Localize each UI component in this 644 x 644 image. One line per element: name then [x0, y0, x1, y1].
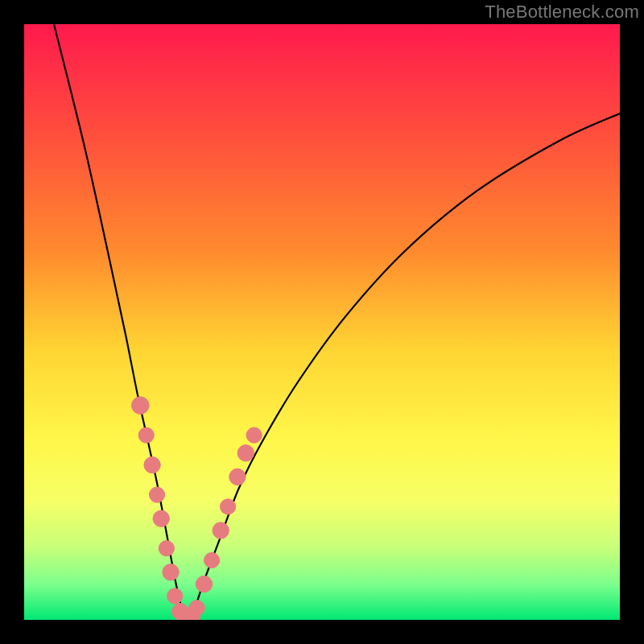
highlight-marker: [138, 427, 154, 443]
highlight-marker: [220, 499, 235, 514]
highlight-marker: [163, 564, 179, 580]
highlight-marker: [144, 456, 160, 473]
chart-frame: TheBottleneck.com: [0, 0, 644, 644]
highlight-marker: [172, 603, 188, 619]
bottleneck-curve: [54, 24, 620, 620]
highlight-marker: [176, 608, 194, 620]
highlight-marker: [237, 445, 254, 461]
highlight-marker: [149, 487, 164, 502]
highlight-marker: [132, 397, 150, 415]
marker-group: [132, 397, 262, 620]
highlight-marker: [229, 469, 246, 485]
highlight-marker: [167, 588, 183, 604]
highlight-marker: [196, 576, 212, 592]
highlight-marker: [159, 541, 174, 556]
watermark-text: TheBottleneck.com: [485, 2, 639, 23]
highlight-marker: [213, 522, 229, 539]
highlight-marker: [182, 607, 200, 620]
plot-area: [24, 24, 620, 620]
highlight-marker: [246, 427, 262, 443]
highlight-marker: [189, 601, 204, 616]
highlight-marker: [153, 510, 169, 526]
highlight-marker: [204, 552, 220, 568]
chart-svg: [24, 24, 620, 620]
